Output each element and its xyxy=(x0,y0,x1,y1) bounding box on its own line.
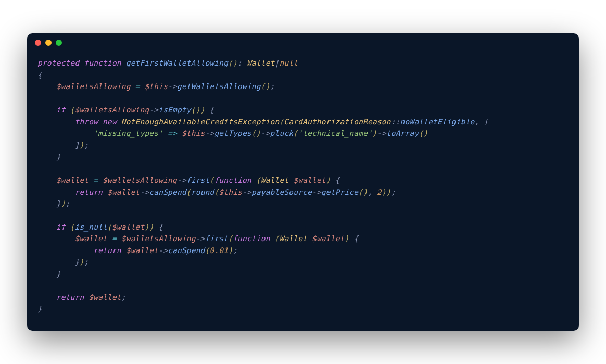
token-op: = xyxy=(135,82,140,91)
token-null: null xyxy=(279,59,298,67)
close-icon[interactable] xyxy=(35,40,41,46)
token-var: $wallet xyxy=(89,293,121,302)
token-var: $this xyxy=(182,129,205,137)
token-method: getWalletsAllowing xyxy=(177,82,261,91)
code-line: return $wallet->canSpend(0.01); xyxy=(37,245,569,256)
token-brace: } xyxy=(37,305,42,313)
token-brace: { xyxy=(335,176,340,184)
code-line: return $wallet; xyxy=(37,292,569,303)
code-line: }); xyxy=(37,198,569,209)
token-method: first xyxy=(186,176,210,184)
code-line xyxy=(37,280,569,291)
code-line: { xyxy=(37,69,569,81)
token-type: Wallet xyxy=(279,234,307,243)
token-punct: ; xyxy=(233,246,237,255)
token-brace: { xyxy=(354,234,358,243)
token-arrow: -> xyxy=(196,234,205,243)
token-paren: () xyxy=(419,129,428,137)
token-brace: } xyxy=(56,270,61,278)
token-kw: throw xyxy=(74,118,98,126)
token-paren: ( xyxy=(293,129,298,137)
token-builtin: round xyxy=(191,188,214,196)
code-line: protected function getFirstWalletAllowin… xyxy=(37,57,569,69)
token-brace: } xyxy=(56,199,61,208)
code-line: if ($walletsAllowing->isEmpty()) { xyxy=(37,104,569,116)
token-var: $this xyxy=(144,82,168,91)
token-type: Wallet xyxy=(261,176,289,184)
token-brace: { xyxy=(37,71,42,79)
token-paren: ) xyxy=(79,141,84,149)
code-line: if (is_null($wallet)) { xyxy=(37,221,569,233)
token-punct: ; xyxy=(84,141,89,149)
token-paren: )) xyxy=(144,223,154,231)
token-op: = xyxy=(93,176,98,184)
token-var: $wallet xyxy=(312,234,345,243)
code-line: 'missing_types' => $this->getTypes()->pl… xyxy=(37,128,569,139)
token-arrow: -> xyxy=(312,188,321,196)
token-brace: } xyxy=(56,153,61,161)
token-paren: () xyxy=(251,129,261,137)
token-method: canSpend xyxy=(149,188,186,196)
window-titlebar xyxy=(27,33,579,52)
maximize-icon[interactable] xyxy=(56,40,62,46)
token-str: 'technical_name' xyxy=(298,129,372,137)
token-kw: new xyxy=(103,118,117,126)
token-kw: return xyxy=(56,293,84,302)
token-var: $walletsAllowing xyxy=(74,106,149,114)
token-method: toArray xyxy=(386,129,419,137)
token-arrow: -> xyxy=(140,188,149,196)
token-paren: ) xyxy=(61,199,66,208)
token-paren: ) xyxy=(326,176,331,184)
token-arrow: -> xyxy=(205,129,214,137)
token-paren: ( xyxy=(186,188,191,196)
token-kw: function xyxy=(233,234,270,243)
token-method: canSpend xyxy=(168,246,205,255)
token-paren: () xyxy=(228,59,237,67)
token-paren: ( xyxy=(279,118,284,126)
token-paren: () xyxy=(261,82,270,91)
code-window: protected function getFirstWalletAllowin… xyxy=(27,33,579,330)
token-kw: if xyxy=(56,223,66,231)
token-bracket: [ xyxy=(484,118,488,126)
token-arrow: -> xyxy=(168,82,177,91)
token-arrow: -> xyxy=(177,176,186,184)
token-arrow: -> xyxy=(261,129,270,137)
token-var: $wallet xyxy=(293,176,326,184)
token-builtin: is_null xyxy=(74,223,107,231)
token-paren: ) xyxy=(372,129,377,137)
token-punct: ; xyxy=(66,199,70,208)
token-brace: { xyxy=(158,223,163,231)
code-line xyxy=(37,163,569,174)
token-punct: ; xyxy=(270,82,275,91)
token-paren: ()) xyxy=(191,106,205,114)
token-op: => xyxy=(168,129,177,137)
token-kw: protected xyxy=(37,59,79,67)
token-var: $wallet xyxy=(126,246,159,255)
token-punct: , xyxy=(475,118,484,126)
token-var: $walletsAllowing xyxy=(121,234,196,243)
token-punct: , xyxy=(368,188,377,196)
token-paren: ( xyxy=(107,223,112,231)
token-arrow: -> xyxy=(242,188,251,196)
code-line: $walletsAllowing = $this->getWalletsAllo… xyxy=(37,81,569,92)
token-punct: ; xyxy=(84,258,89,266)
token-var: $wallet xyxy=(107,188,140,196)
token-var: $wallet xyxy=(56,176,89,184)
token-brace: { xyxy=(210,106,214,114)
code-line: ]); xyxy=(37,140,569,151)
token-type: Wallet xyxy=(247,59,275,67)
code-line: } xyxy=(37,268,569,280)
code-line: $wallet = $walletsAllowing->first(functi… xyxy=(37,233,569,244)
token-str: 'missing_types' xyxy=(93,129,163,137)
minimize-icon[interactable] xyxy=(45,40,52,46)
token-kw: return xyxy=(74,188,103,196)
token-punct: : xyxy=(237,59,247,67)
code-line: throw new NotEnoughAvailableCreditsExcep… xyxy=(37,116,569,128)
token-var: $wallet xyxy=(74,234,107,243)
token-method: noWalletEligible xyxy=(400,118,475,126)
code-line: }); xyxy=(37,256,569,268)
token-var: $this xyxy=(219,188,242,196)
token-paren: ) xyxy=(228,246,233,255)
token-scope: :: xyxy=(391,118,400,126)
token-method: isEmpty xyxy=(158,106,191,114)
